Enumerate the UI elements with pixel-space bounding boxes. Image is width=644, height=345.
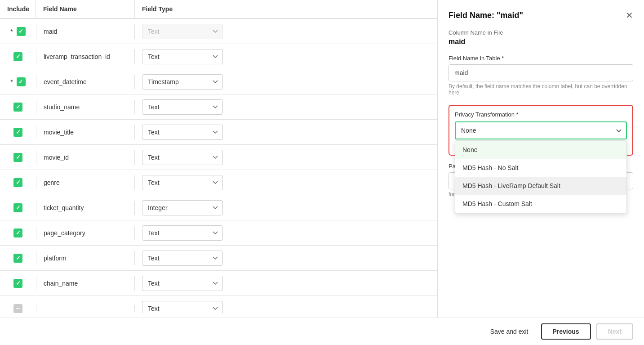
field-type-cell: TextIntegerTimestampFloatBoolean xyxy=(135,247,437,269)
field-name-cell: movie_title xyxy=(36,125,135,139)
privacy-dropdown-menu: None MD5 Hash - No Salt MD5 Hash - LiveR… xyxy=(455,140,627,213)
include-checkbox[interactable] xyxy=(13,229,22,237)
table-row: *maidTextIntegerTimestampFloatBoolean xyxy=(0,19,437,44)
close-button[interactable]: ✕ xyxy=(626,11,633,20)
field-name-cell: ticket_quantity xyxy=(36,201,135,215)
field-type-cell: TextIntegerTimestampFloatBoolean xyxy=(135,297,437,314)
table-row: *event_datetimeTextIntegerTimestampFloat… xyxy=(0,69,437,94)
privacy-select[interactable]: None MD5 Hash - No Salt MD5 Hash - LiveR… xyxy=(455,121,627,139)
include-checkbox[interactable] xyxy=(17,77,26,86)
table-row: movie_idTextIntegerTimestampFloatBoolean xyxy=(0,145,437,170)
include-checkbox[interactable] xyxy=(13,52,22,61)
table-row: TextIntegerTimestampFloatBoolean xyxy=(0,296,437,314)
right-panel: Field Name: "maid" ✕ Column Name in File… xyxy=(437,0,644,345)
include-cell xyxy=(0,175,36,191)
include-checkbox[interactable] xyxy=(13,279,22,288)
field-name-header: Field Name xyxy=(36,0,135,18)
field-type-cell: TextIntegerTimestampFloatBoolean xyxy=(135,96,437,118)
include-cell xyxy=(0,149,36,166)
field-type-select[interactable]: TextIntegerTimestampFloatBoolean xyxy=(142,150,223,165)
field-name-cell: chain_name xyxy=(36,276,135,291)
include-cell xyxy=(0,99,36,115)
table-row: chain_nameTextIntegerTimestampFloatBoole… xyxy=(0,271,437,296)
include-checkbox[interactable] xyxy=(17,27,26,36)
include-cell xyxy=(0,225,36,241)
field-type-cell: TextIntegerTimestampFloatBoolean xyxy=(135,171,437,194)
field-type-cell: TextIntegerTimestampFloatBoolean xyxy=(135,197,437,219)
include-cell xyxy=(0,275,36,291)
table-row: page_categoryTextIntegerTimestampFloatBo… xyxy=(0,220,437,246)
field-name-cell: liveramp_transaction_id xyxy=(36,49,135,64)
field-type-cell: TextIntegerTimestampFloatBoolean xyxy=(135,121,437,143)
field-type-header: Field Type xyxy=(135,0,437,18)
field-type-select[interactable]: TextIntegerTimestampFloatBoolean xyxy=(142,74,223,90)
field-name-label: Field Name in Table * xyxy=(449,55,633,62)
field-type-cell: TextIntegerTimestampFloatBoolean xyxy=(135,71,437,93)
next-button: Next xyxy=(596,323,633,340)
include-cell: * xyxy=(0,23,36,40)
field-name-cell: platform xyxy=(36,251,135,265)
table-row: studio_nameTextIntegerTimestampFloatBool… xyxy=(0,94,437,120)
field-name-hint: By default, the field name matches the c… xyxy=(449,83,633,96)
include-checkbox[interactable] xyxy=(13,153,22,162)
field-type-select: TextIntegerTimestampFloatBoolean xyxy=(142,24,223,39)
field-type-select[interactable]: TextIntegerTimestampFloatBoolean xyxy=(142,276,223,291)
table-body: *maidTextIntegerTimestampFloatBooleanliv… xyxy=(0,19,437,314)
field-type-cell: TextIntegerTimestampFloatBoolean xyxy=(135,45,437,68)
field-name-cell: event_datetime xyxy=(36,75,135,89)
field-type-select[interactable]: TextIntegerTimestampFloatBoolean xyxy=(142,301,223,314)
dropdown-item-md5-custom[interactable]: MD5 Hash - Custom Salt xyxy=(455,195,626,213)
field-type-select[interactable]: TextIntegerTimestampFloatBoolean xyxy=(142,251,223,266)
include-cell xyxy=(0,300,36,314)
include-cell xyxy=(0,200,36,216)
field-name-cell: studio_name xyxy=(36,100,135,114)
privacy-section: Privacy Transformation * None MD5 Hash -… xyxy=(449,105,633,156)
field-name-cell: movie_id xyxy=(36,150,135,165)
include-checkbox[interactable] xyxy=(13,304,22,313)
include-checkbox[interactable] xyxy=(13,128,22,137)
bottom-bar: Save and exit Previous Next xyxy=(0,318,644,345)
previous-button[interactable]: Previous xyxy=(541,323,591,340)
table-row: liveramp_transaction_idTextIntegerTimest… xyxy=(0,44,437,69)
dropdown-item-md5-liveramp[interactable]: MD5 Hash - LiveRamp Default Salt xyxy=(455,177,626,195)
column-name-label: Column Name in File xyxy=(449,29,633,36)
table-row: ticket_quantityTextIntegerTimestampFloat… xyxy=(0,195,437,220)
panel-header: Field Name: "maid" ✕ xyxy=(449,11,633,20)
include-checkbox[interactable] xyxy=(13,178,22,187)
required-star: * xyxy=(10,78,13,85)
privacy-select-wrapper: None MD5 Hash - No Salt MD5 Hash - LiveR… xyxy=(455,121,627,139)
field-type-select[interactable]: TextIntegerTimestampFloatBoolean xyxy=(142,125,223,140)
field-type-cell: TextIntegerTimestampFloatBoolean xyxy=(135,272,437,295)
include-cell xyxy=(0,250,36,266)
field-type-cell: TextIntegerTimestampFloatBoolean xyxy=(135,146,437,169)
include-cell xyxy=(0,49,36,65)
include-cell: * xyxy=(0,74,36,90)
field-type-select[interactable]: TextIntegerTimestampFloatBoolean xyxy=(142,225,223,241)
include-header: Include xyxy=(0,0,36,18)
table-row: movie_titleTextIntegerTimestampFloatBool… xyxy=(0,120,437,145)
table-row: platformTextIntegerTimestampFloatBoolean xyxy=(0,246,437,271)
field-type-select[interactable]: TextIntegerTimestampFloatBoolean xyxy=(142,99,223,115)
field-type-select[interactable]: TextIntegerTimestampFloatBoolean xyxy=(142,175,223,190)
dropdown-item-none[interactable]: None xyxy=(455,141,626,159)
field-name-cell xyxy=(36,305,135,312)
field-type-select[interactable]: TextIntegerTimestampFloatBoolean xyxy=(142,200,223,215)
field-name-cell: maid xyxy=(36,24,135,39)
include-checkbox[interactable] xyxy=(13,103,22,112)
save-exit-button[interactable]: Save and exit xyxy=(483,324,536,339)
field-name-input[interactable] xyxy=(449,64,633,81)
required-star: * xyxy=(10,28,13,35)
table-row: genreTextIntegerTimestampFloatBoolean xyxy=(0,170,437,195)
field-type-cell: TextIntegerTimestampFloatBoolean xyxy=(135,222,437,244)
include-cell xyxy=(0,124,36,140)
field-type-select[interactable]: TextIntegerTimestampFloatBoolean xyxy=(142,49,223,64)
field-name-cell: genre xyxy=(36,175,135,190)
include-checkbox[interactable] xyxy=(13,203,22,212)
table-header: Include Field Name Field Type xyxy=(0,0,437,19)
include-checkbox[interactable] xyxy=(13,254,22,263)
dropdown-item-md5-no-salt[interactable]: MD5 Hash - No Salt xyxy=(455,159,626,177)
column-name-value: maid xyxy=(449,38,633,46)
field-name-cell: page_category xyxy=(36,226,135,240)
privacy-label: Privacy Transformation * xyxy=(455,111,627,118)
panel-title: Field Name: "maid" xyxy=(449,11,523,20)
